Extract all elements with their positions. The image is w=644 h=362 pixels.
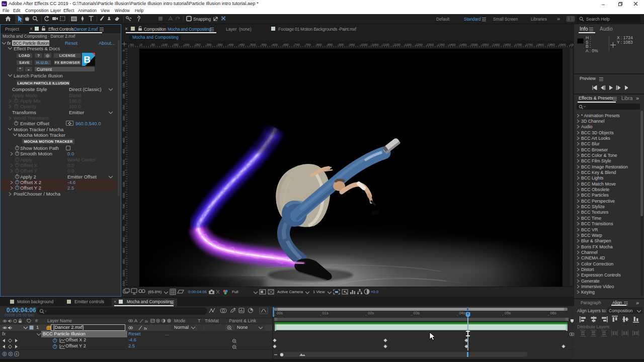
svg-text:03s: 03s	[414, 311, 420, 315]
svg-text:500: 500	[122, 159, 125, 165]
svg-text:150: 150	[122, 82, 125, 88]
svg-text:350: 350	[122, 127, 125, 132]
svg-text:800: 800	[316, 43, 322, 46]
svg-text:1050: 1050	[372, 43, 379, 46]
svg-text:1950: 1950	[570, 43, 574, 46]
svg-text:150: 150	[174, 43, 179, 46]
svg-text:1250: 1250	[416, 43, 423, 46]
svg-text:B: B	[84, 54, 91, 65]
svg-text:0: 0	[122, 49, 125, 51]
svg-text:100: 100	[122, 71, 125, 77]
svg-text:1300: 1300	[427, 43, 434, 46]
svg-text:1350: 1350	[438, 43, 445, 46]
svg-text:fx: fx	[144, 326, 147, 331]
svg-text:1600: 1600	[493, 43, 500, 46]
svg-text:700: 700	[122, 204, 125, 209]
svg-text:550: 550	[262, 43, 267, 46]
svg-text:250: 250	[196, 43, 201, 46]
svg-text:850: 850	[122, 237, 125, 242]
svg-text:550: 550	[122, 170, 125, 176]
svg-text:750: 750	[306, 43, 311, 46]
svg-text:1450: 1450	[460, 43, 467, 46]
svg-text:200: 200	[122, 94, 125, 99]
svg-text:-50: -50	[129, 43, 134, 46]
svg-text:1900: 1900	[559, 43, 566, 46]
svg-text:0: 0	[140, 43, 142, 46]
svg-text:1500: 1500	[471, 43, 478, 46]
svg-text:1000: 1000	[361, 43, 368, 46]
svg-text:450: 450	[122, 148, 125, 154]
svg-text:200: 200	[185, 43, 190, 46]
svg-text:1850: 1850	[548, 43, 555, 46]
svg-text:300: 300	[122, 116, 125, 121]
svg-text:700: 700	[295, 43, 300, 46]
svg-text:50: 50	[151, 43, 155, 46]
svg-text:01s: 01s	[323, 311, 329, 315]
svg-text:500: 500	[251, 43, 256, 46]
svg-text:05s: 05s	[505, 311, 511, 315]
svg-text:1550: 1550	[482, 43, 489, 46]
svg-text:600: 600	[122, 182, 125, 187]
svg-text:04s: 04s	[459, 311, 465, 315]
svg-text:250: 250	[122, 105, 125, 110]
svg-text:300: 300	[206, 43, 212, 46]
svg-text:950: 950	[122, 258, 125, 264]
svg-text:1000: 1000	[122, 269, 125, 277]
svg-text:400: 400	[228, 43, 234, 46]
svg-text:400: 400	[122, 138, 125, 143]
svg-text:00s: 00s	[277, 311, 283, 315]
svg-text:650: 650	[284, 43, 289, 46]
svg-text:1150: 1150	[394, 43, 401, 46]
svg-text:1650: 1650	[504, 43, 511, 46]
svg-text:1050: 1050	[122, 281, 125, 287]
svg-text:100: 100	[163, 43, 168, 46]
svg-text:600: 600	[273, 43, 278, 46]
svg-text:1800: 1800	[537, 43, 544, 46]
svg-text:350: 350	[217, 43, 223, 46]
svg-text:1700: 1700	[515, 43, 522, 46]
svg-text:1400: 1400	[449, 43, 456, 46]
svg-text:950: 950	[350, 43, 355, 46]
svg-text:06s: 06s	[550, 311, 556, 315]
svg-text:fx: fx	[145, 319, 148, 324]
svg-text:1750: 1750	[526, 43, 533, 46]
svg-text:850: 850	[328, 43, 333, 46]
svg-text:800: 800	[122, 226, 125, 231]
svg-text:1200: 1200	[405, 43, 412, 46]
svg-text:900: 900	[122, 248, 125, 253]
svg-text:1100: 1100	[383, 43, 390, 46]
svg-text:750: 750	[122, 215, 125, 220]
svg-text:02s: 02s	[368, 311, 374, 315]
svg-text:650: 650	[122, 193, 125, 198]
svg-text:450: 450	[239, 43, 245, 46]
svg-text:900: 900	[339, 43, 344, 46]
svg-text:50: 50	[122, 60, 125, 64]
